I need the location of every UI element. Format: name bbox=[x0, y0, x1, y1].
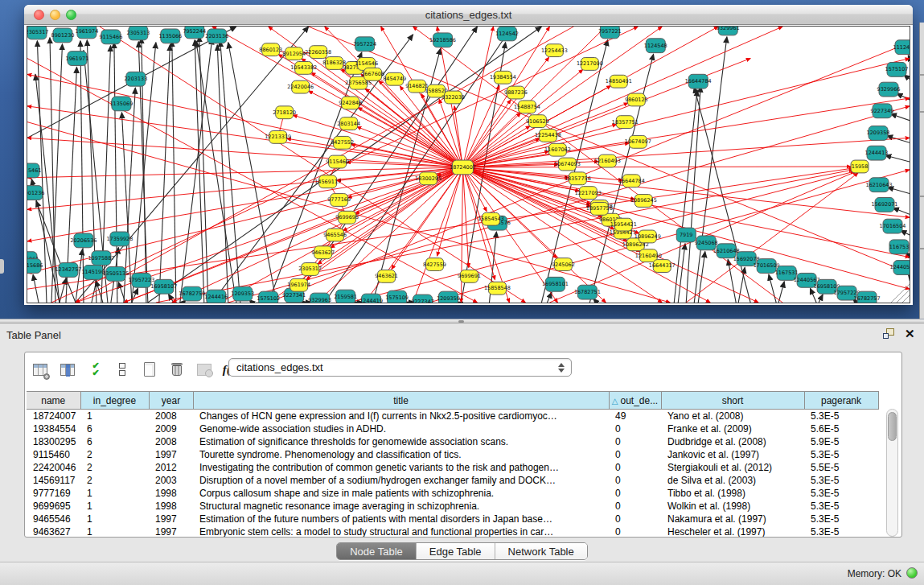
table-cell[interactable]: 22420046 bbox=[27, 461, 80, 474]
graph-node[interactable]: 2203133 bbox=[124, 72, 147, 86]
table-cell[interactable]: 1 bbox=[80, 513, 149, 525]
graph-node[interactable]: 16210643 bbox=[866, 178, 893, 192]
table-row[interactable]: 969969511998Structural magnetic resonanc… bbox=[27, 500, 878, 513]
window-titlebar[interactable]: citations_edges.txt bbox=[24, 5, 913, 25]
graph-node[interactable]: 9699695 bbox=[335, 211, 359, 224]
memory-ok-icon[interactable] bbox=[906, 567, 918, 579]
graph-node[interactable]: 15958 bbox=[851, 160, 869, 173]
show-columns-icon[interactable] bbox=[59, 360, 76, 378]
graph-node[interactable]: 12440562 bbox=[890, 261, 910, 275]
table-row[interactable]: 946362711997Embryonic stem cells: a mode… bbox=[27, 525, 878, 538]
graph-node[interactable]: 9860125 bbox=[625, 93, 648, 106]
table-row[interactable]: 911546021997Tourette syndrome. Phenomeno… bbox=[27, 448, 878, 461]
table-cell[interactable]: Estimation of significance thresholds fo… bbox=[193, 435, 609, 448]
graph-node[interactable]: 1961971 bbox=[66, 51, 89, 66]
table-row[interactable]: 1456911722003Disruption of a novel membe… bbox=[27, 474, 878, 487]
table-cell[interactable]: 0 bbox=[609, 474, 661, 487]
graph-node[interactable]: 1209358 bbox=[867, 126, 890, 141]
graph-node[interactable]: 22260358 bbox=[305, 46, 331, 59]
graph-node[interactable]: 18724007 bbox=[450, 160, 476, 175]
table-cell[interactable]: 6 bbox=[80, 422, 149, 435]
table-cell[interactable]: 5.3E-5 bbox=[804, 474, 878, 487]
table-cell[interactable]: 5.3E-5 bbox=[804, 410, 878, 422]
window-resize-grip[interactable] bbox=[891, 284, 910, 303]
table-cell[interactable]: Structural magnetic resonance image aver… bbox=[193, 500, 609, 513]
table-selector-dropdown[interactable]: citations_edges.txt bbox=[228, 358, 572, 377]
graph-node[interactable]: 8901236 bbox=[27, 186, 44, 200]
table-cell[interactable]: 2 bbox=[80, 474, 149, 487]
graph-node[interactable]: 18357751 bbox=[612, 116, 639, 129]
graph-node[interactable]: 2718120 bbox=[273, 106, 296, 119]
graph-node[interactable]: 14850491 bbox=[606, 75, 632, 88]
graph-node[interactable]: 8454749 bbox=[383, 72, 406, 85]
table-cell[interactable]: Jankovic et al. (1997) bbox=[661, 448, 804, 461]
table-cell[interactable]: 1997 bbox=[149, 525, 193, 538]
table-cell[interactable]: 49 bbox=[609, 410, 661, 422]
table-cell[interactable]: 1 bbox=[80, 410, 149, 422]
float-window-icon[interactable] bbox=[883, 328, 897, 340]
graph-node[interactable]: 9887236 bbox=[504, 86, 528, 99]
graph-node[interactable]: 9777169 bbox=[327, 194, 351, 207]
graph-node[interactable]: 9329961 bbox=[717, 27, 740, 35]
graph-node[interactable]: 2305317 bbox=[27, 27, 48, 39]
graph-node[interactable]: 7919 bbox=[676, 228, 696, 242]
graph-node[interactable]: 12342757 bbox=[55, 263, 81, 278]
graph-node[interactable]: 1961974 bbox=[287, 278, 310, 291]
graph-node[interactable]: 2305313 bbox=[126, 27, 150, 40]
network-canvas[interactable]: 2305317890123019619749115466230531311350… bbox=[27, 26, 910, 303]
graph-node[interactable]: 16958101 bbox=[542, 277, 569, 291]
graph-node[interactable]: 9322038 bbox=[441, 91, 465, 104]
graph-node[interactable]: 7957224 bbox=[353, 37, 376, 51]
graph-node[interactable]: 12217093 bbox=[575, 187, 602, 200]
table-cell[interactable]: Yano et al. (2008) bbox=[661, 410, 804, 422]
tab-edge-table[interactable]: Edge Table bbox=[417, 543, 495, 559]
table-cell[interactable]: 2012 bbox=[149, 461, 193, 474]
table-row[interactable]: 977716911998Corpus callosum shape and si… bbox=[27, 487, 878, 500]
graph-node[interactable]: 1244416 bbox=[204, 290, 228, 303]
table-cell[interactable]: de Silva et al. (2003) bbox=[661, 474, 804, 487]
table-cell[interactable]: 9699695 bbox=[27, 500, 80, 513]
row-height-icon[interactable] bbox=[113, 360, 131, 378]
table-cell[interactable]: Estimation of the future numbers of pati… bbox=[193, 513, 609, 525]
graph-node[interactable]: 8427552 bbox=[331, 136, 354, 149]
graph-node[interactable]: 1112454 bbox=[893, 40, 910, 55]
graph-node[interactable]: 2159581 bbox=[334, 290, 357, 303]
table-cell[interactable]: Nakamura et al. (1997) bbox=[661, 513, 804, 525]
right-panel-edge[interactable] bbox=[919, 23, 924, 319]
table-cell[interactable]: 0 bbox=[609, 525, 661, 538]
graph-node[interactable]: 15858548 bbox=[484, 282, 511, 295]
graph-node[interactable]: 1135069 bbox=[109, 97, 133, 111]
table-cell[interactable]: 19384554 bbox=[27, 422, 80, 435]
table-cell[interactable]: 0 bbox=[609, 500, 661, 513]
graph-node[interactable]: 9329963 bbox=[308, 293, 331, 303]
graph-node[interactable]: 12217090 bbox=[577, 58, 603, 71]
table-row[interactable]: 946554611997Estimation of the future num… bbox=[27, 513, 878, 525]
table-cell[interactable]: Investigating the contribution of common… bbox=[193, 461, 609, 474]
graph-node[interactable]: 12160493 bbox=[594, 154, 621, 167]
graph-node[interactable]: 7952244 bbox=[183, 27, 206, 39]
table-row[interactable]: 1872400712008Changes of HCN gene express… bbox=[27, 410, 878, 422]
graph-node[interactable]: 9245062 bbox=[552, 258, 575, 271]
table-cell[interactable]: Franke et al. (2009) bbox=[661, 422, 804, 435]
graph-node[interactable]: 10674097 bbox=[625, 135, 651, 148]
graph-node[interactable]: 8427559 bbox=[423, 258, 446, 271]
table-cell[interactable]: 2009 bbox=[149, 422, 193, 435]
table-cell[interactable]: 2 bbox=[80, 461, 149, 474]
column-header-short[interactable]: short bbox=[661, 392, 804, 410]
graph-node[interactable]: 8912954 bbox=[282, 47, 306, 60]
table-cell[interactable]: 0 bbox=[609, 513, 661, 525]
table-row[interactable]: 1830029562008Estimation of significance … bbox=[27, 435, 878, 448]
graph-node[interactable]: 17016504 bbox=[880, 219, 906, 233]
graph-node[interactable]: 9115460 bbox=[326, 155, 349, 168]
table-cell[interactable]: 5.6E-5 bbox=[804, 422, 878, 435]
graph-node[interactable]: 9106529 bbox=[526, 115, 549, 128]
graph-node[interactable]: 10543382 bbox=[290, 61, 317, 74]
graph-node[interactable]: 9227349 bbox=[871, 104, 894, 118]
table-scrollbar[interactable] bbox=[886, 409, 898, 537]
graph-node[interactable]: 2305317 bbox=[298, 263, 322, 276]
graph-node[interactable]: 1961974 bbox=[76, 27, 99, 39]
graph-node[interactable]: 20206536 bbox=[70, 233, 97, 248]
graph-node[interactable]: 18357756 bbox=[565, 172, 591, 185]
table-cell[interactable]: 9463627 bbox=[27, 525, 80, 538]
graph-node[interactable]: 1145190 bbox=[82, 266, 105, 280]
